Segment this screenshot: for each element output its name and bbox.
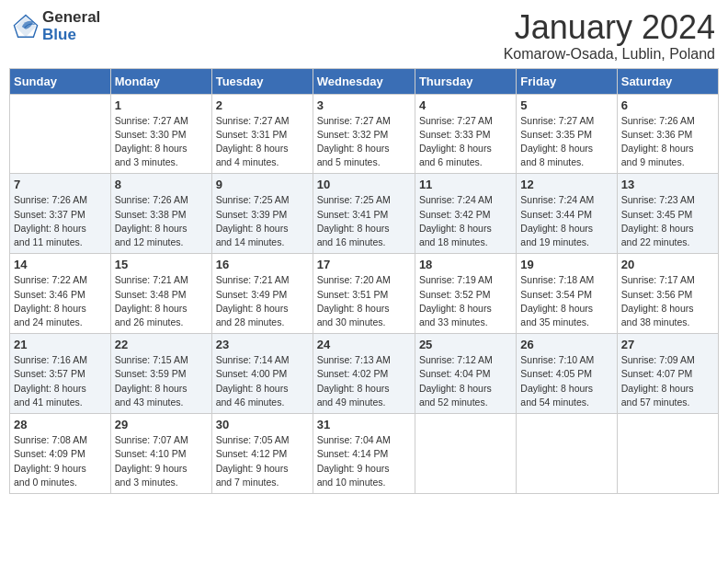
day-number: 31 <box>317 418 411 431</box>
calendar-cell: 19Sunrise: 7:18 AMSunset: 3:54 PMDayligh… <box>517 254 617 334</box>
calendar-cell: 7Sunrise: 7:26 AMSunset: 3:37 PMDaylight… <box>10 174 111 254</box>
day-number: 16 <box>216 258 309 271</box>
day-number: 7 <box>14 178 107 191</box>
day-info: Sunrise: 7:09 AMSunset: 4:07 PMDaylight:… <box>621 353 714 409</box>
day-number: 23 <box>216 338 309 351</box>
day-number: 18 <box>419 258 512 271</box>
day-number: 5 <box>520 98 612 112</box>
day-number: 21 <box>14 338 107 351</box>
day-info: Sunrise: 7:24 AMSunset: 3:44 PMDaylight:… <box>520 193 612 249</box>
calendar-cell <box>10 94 111 174</box>
day-number: 3 <box>317 98 411 112</box>
calendar-cell: 5Sunrise: 7:27 AMSunset: 3:35 PMDaylight… <box>517 94 617 174</box>
header-friday: Friday <box>517 68 617 94</box>
calendar-cell: 2Sunrise: 7:27 AMSunset: 3:31 PMDaylight… <box>211 94 313 174</box>
day-number: 30 <box>216 418 309 431</box>
calendar-cell: 30Sunrise: 7:05 AMSunset: 4:12 PMDayligh… <box>211 414 313 494</box>
calendar-cell: 31Sunrise: 7:04 AMSunset: 4:14 PMDayligh… <box>313 414 415 494</box>
logo-general: General <box>42 9 100 27</box>
day-info: Sunrise: 7:18 AMSunset: 3:54 PMDaylight:… <box>520 273 612 329</box>
day-number: 4 <box>419 98 512 112</box>
calendar-cell: 21Sunrise: 7:16 AMSunset: 3:57 PMDayligh… <box>10 334 111 414</box>
day-info: Sunrise: 7:27 AMSunset: 3:32 PMDaylight:… <box>317 114 411 170</box>
logo-blue: Blue <box>42 27 100 44</box>
day-number: 24 <box>317 338 411 351</box>
calendar-cell: 29Sunrise: 7:07 AMSunset: 4:10 PMDayligh… <box>110 414 211 494</box>
day-number: 1 <box>115 98 208 112</box>
week-row-5: 28Sunrise: 7:08 AMSunset: 4:09 PMDayligh… <box>10 414 719 494</box>
logo: General Blue <box>13 9 100 43</box>
day-info: Sunrise: 7:24 AMSunset: 3:42 PMDaylight:… <box>419 193 512 249</box>
header-wednesday: Wednesday <box>313 68 415 94</box>
day-number: 27 <box>621 338 714 351</box>
day-info: Sunrise: 7:16 AMSunset: 3:57 PMDaylight:… <box>14 353 107 409</box>
day-number: 6 <box>621 98 714 112</box>
day-info: Sunrise: 7:21 AMSunset: 3:48 PMDaylight:… <box>115 273 208 329</box>
calendar-cell: 12Sunrise: 7:24 AMSunset: 3:44 PMDayligh… <box>517 174 617 254</box>
calendar-cell: 16Sunrise: 7:21 AMSunset: 3:49 PMDayligh… <box>211 254 313 334</box>
day-info: Sunrise: 7:26 AMSunset: 3:38 PMDaylight:… <box>115 193 208 249</box>
week-row-2: 7Sunrise: 7:26 AMSunset: 3:37 PMDaylight… <box>10 174 719 254</box>
day-number: 29 <box>115 418 208 431</box>
week-row-1: 1Sunrise: 7:27 AMSunset: 3:30 PMDaylight… <box>10 94 719 174</box>
calendar-cell: 15Sunrise: 7:21 AMSunset: 3:48 PMDayligh… <box>110 254 211 334</box>
day-info: Sunrise: 7:10 AMSunset: 4:05 PMDaylight:… <box>520 353 612 409</box>
calendar-cell: 22Sunrise: 7:15 AMSunset: 3:59 PMDayligh… <box>110 334 211 414</box>
day-number: 8 <box>115 178 208 191</box>
week-row-3: 14Sunrise: 7:22 AMSunset: 3:46 PMDayligh… <box>10 254 719 334</box>
day-number: 2 <box>216 98 309 112</box>
day-number: 13 <box>621 178 714 191</box>
calendar-cell <box>617 414 718 494</box>
calendar-cell: 1Sunrise: 7:27 AMSunset: 3:30 PMDaylight… <box>110 94 211 174</box>
calendar-cell <box>415 414 516 494</box>
day-info: Sunrise: 7:19 AMSunset: 3:52 PMDaylight:… <box>419 273 512 329</box>
header-saturday: Saturday <box>617 68 718 94</box>
calendar-cell: 20Sunrise: 7:17 AMSunset: 3:56 PMDayligh… <box>617 254 718 334</box>
header-tuesday: Tuesday <box>211 68 313 94</box>
day-number: 12 <box>520 178 612 191</box>
location: Komarow-Osada, Lublin, Poland <box>504 46 715 63</box>
calendar-cell: 11Sunrise: 7:24 AMSunset: 3:42 PMDayligh… <box>415 174 516 254</box>
logo-icon <box>13 14 39 40</box>
calendar-cell: 9Sunrise: 7:25 AMSunset: 3:39 PMDaylight… <box>211 174 313 254</box>
day-info: Sunrise: 7:23 AMSunset: 3:45 PMDaylight:… <box>621 193 714 249</box>
day-number: 28 <box>14 418 107 431</box>
calendar-cell: 8Sunrise: 7:26 AMSunset: 3:38 PMDaylight… <box>110 174 211 254</box>
day-info: Sunrise: 7:27 AMSunset: 3:31 PMDaylight:… <box>216 114 309 170</box>
day-info: Sunrise: 7:27 AMSunset: 3:30 PMDaylight:… <box>115 114 208 170</box>
day-info: Sunrise: 7:20 AMSunset: 3:51 PMDaylight:… <box>317 273 411 329</box>
day-number: 11 <box>419 178 512 191</box>
day-info: Sunrise: 7:22 AMSunset: 3:46 PMDaylight:… <box>14 273 107 329</box>
calendar-cell: 6Sunrise: 7:26 AMSunset: 3:36 PMDaylight… <box>617 94 718 174</box>
header-monday: Monday <box>110 68 211 94</box>
calendar-cell: 14Sunrise: 7:22 AMSunset: 3:46 PMDayligh… <box>10 254 111 334</box>
calendar-cell: 17Sunrise: 7:20 AMSunset: 3:51 PMDayligh… <box>313 254 415 334</box>
day-info: Sunrise: 7:17 AMSunset: 3:56 PMDaylight:… <box>621 273 714 329</box>
header-thursday: Thursday <box>415 68 516 94</box>
day-info: Sunrise: 7:13 AMSunset: 4:02 PMDaylight:… <box>317 353 411 409</box>
day-info: Sunrise: 7:21 AMSunset: 3:49 PMDaylight:… <box>216 273 309 329</box>
day-info: Sunrise: 7:08 AMSunset: 4:09 PMDaylight:… <box>14 433 107 489</box>
logo-text: General Blue <box>42 9 100 43</box>
day-number: 9 <box>216 178 309 191</box>
day-number: 17 <box>317 258 411 271</box>
day-info: Sunrise: 7:14 AMSunset: 4:00 PMDaylight:… <box>216 353 309 409</box>
day-number: 19 <box>520 258 612 271</box>
day-info: Sunrise: 7:07 AMSunset: 4:10 PMDaylight:… <box>115 433 208 489</box>
calendar-table: SundayMondayTuesdayWednesdayThursdayFrid… <box>9 68 719 494</box>
calendar-cell: 3Sunrise: 7:27 AMSunset: 3:32 PMDaylight… <box>313 94 415 174</box>
calendar-cell: 26Sunrise: 7:10 AMSunset: 4:05 PMDayligh… <box>517 334 617 414</box>
title-block: January 2024 Komarow-Osada, Lublin, Pola… <box>504 9 715 63</box>
weekday-header-row: SundayMondayTuesdayWednesdayThursdayFrid… <box>10 68 719 94</box>
day-number: 25 <box>419 338 512 351</box>
day-info: Sunrise: 7:05 AMSunset: 4:12 PMDaylight:… <box>216 433 309 489</box>
month-title: January 2024 <box>504 9 715 46</box>
header-sunday: Sunday <box>10 68 111 94</box>
day-number: 20 <box>621 258 714 271</box>
calendar-cell <box>517 414 617 494</box>
day-info: Sunrise: 7:27 AMSunset: 3:33 PMDaylight:… <box>419 114 512 170</box>
calendar-cell: 23Sunrise: 7:14 AMSunset: 4:00 PMDayligh… <box>211 334 313 414</box>
day-info: Sunrise: 7:27 AMSunset: 3:35 PMDaylight:… <box>520 114 612 170</box>
day-number: 22 <box>115 338 208 351</box>
calendar-cell: 27Sunrise: 7:09 AMSunset: 4:07 PMDayligh… <box>617 334 718 414</box>
